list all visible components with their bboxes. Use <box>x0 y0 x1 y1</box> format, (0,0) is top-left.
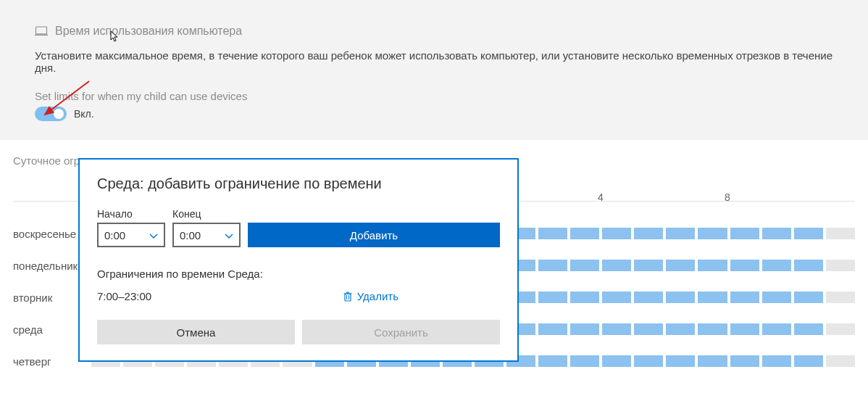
hour-segment[interactable] <box>602 292 631 303</box>
hour-segment[interactable] <box>730 228 759 239</box>
toggle-label: Set limits for when my child can use dev… <box>35 90 833 102</box>
trash-icon <box>343 292 353 302</box>
limits-heading: Ограничения по времени Среда: <box>97 268 500 280</box>
start-time-select[interactable]: 0:00 <box>97 223 165 247</box>
hour-segment[interactable] <box>730 260 759 271</box>
laptop-icon <box>35 26 48 36</box>
chevron-down-icon <box>149 231 158 239</box>
hour-segment[interactable] <box>794 355 823 367</box>
device-limits-toggle[interactable] <box>35 107 67 121</box>
hour-segment[interactable] <box>762 355 791 367</box>
hour-segment[interactable] <box>730 292 759 303</box>
hour-segment[interactable] <box>698 323 727 335</box>
hour-segment[interactable] <box>730 323 759 335</box>
dialog-title: Среда: добавить ограничение по времени <box>97 175 500 192</box>
hour-segment[interactable] <box>730 355 759 367</box>
end-time-select[interactable]: 0:00 <box>172 223 241 247</box>
add-button[interactable]: Добавить <box>248 223 500 247</box>
hour-segment[interactable] <box>538 228 567 239</box>
save-button[interactable]: Сохранить <box>302 320 500 344</box>
hour-segment[interactable] <box>634 323 663 335</box>
hour-segment[interactable] <box>666 292 695 303</box>
start-label: Начало <box>97 208 165 220</box>
start-time-group: Начало 0:00 <box>97 208 165 247</box>
hour-segment[interactable] <box>634 292 663 303</box>
header-title-row: Время использования компьютера <box>35 25 833 38</box>
header-title: Время использования компьютера <box>55 25 242 38</box>
header-description: Установите максимальное время, в течение… <box>35 49 833 74</box>
toggle-state: Вкл. <box>74 108 94 120</box>
hour-segment[interactable] <box>826 292 855 303</box>
hour-segment[interactable] <box>826 323 855 335</box>
hour-segment[interactable] <box>570 228 599 239</box>
end-time-group: Конец 0:00 <box>172 208 241 247</box>
hour-segment[interactable] <box>666 355 695 367</box>
svg-rect-0 <box>36 27 47 34</box>
hour-segment[interactable] <box>826 260 855 271</box>
hour-segment[interactable] <box>794 260 823 271</box>
hour-segment[interactable] <box>538 355 567 367</box>
hour-segment[interactable] <box>666 228 695 239</box>
hour-segment[interactable] <box>634 260 663 271</box>
hour-segment[interactable] <box>826 355 855 367</box>
delete-label: Удалить <box>357 290 398 302</box>
hour-segment[interactable] <box>570 292 599 303</box>
hour-segment[interactable] <box>602 228 631 239</box>
hour-segment[interactable] <box>698 228 727 239</box>
hour-segment[interactable] <box>634 228 663 239</box>
toggle-row: Вкл. <box>35 107 833 121</box>
hour-segment[interactable] <box>762 292 791 303</box>
svg-rect-1 <box>35 35 48 36</box>
hour-segment[interactable] <box>602 355 631 367</box>
hour-segment[interactable] <box>666 323 695 335</box>
svg-rect-3 <box>345 294 351 301</box>
hour-segment[interactable] <box>538 292 567 303</box>
hour-segment[interactable] <box>698 292 727 303</box>
hour-label: 4 <box>598 191 604 203</box>
hour-segment[interactable] <box>602 323 631 335</box>
hour-segment[interactable] <box>826 228 855 239</box>
cursor-icon <box>109 30 121 42</box>
hour-segment[interactable] <box>698 260 727 271</box>
existing-limit-row: 7:00–23:00 Удалить <box>97 290 500 302</box>
hour-segment[interactable] <box>762 260 791 271</box>
hour-segment[interactable] <box>762 323 791 335</box>
hour-label: 8 <box>725 191 730 203</box>
hour-segment[interactable] <box>538 323 567 335</box>
hour-segment[interactable] <box>570 355 599 367</box>
hour-segment[interactable] <box>538 260 567 271</box>
dialog-time-row: Начало 0:00 Конец 0:00 Добавить <box>97 208 500 247</box>
cancel-button[interactable]: Отмена <box>97 320 295 344</box>
hour-segment[interactable] <box>602 260 631 271</box>
hour-segment[interactable] <box>570 323 599 335</box>
hour-segment[interactable] <box>666 260 695 271</box>
hour-segment[interactable] <box>794 292 823 303</box>
chevron-down-icon <box>225 231 233 239</box>
start-time-value: 0:00 <box>104 229 125 241</box>
hour-segment[interactable] <box>634 355 663 367</box>
add-limit-dialog: Среда: добавить ограничение по времени Н… <box>78 158 519 362</box>
existing-limit-range: 7:00–23:00 <box>97 290 151 302</box>
dialog-footer: Отмена Сохранить <box>97 320 500 344</box>
hour-segment[interactable] <box>794 228 823 239</box>
settings-header: Время использования компьютера Установит… <box>0 0 868 140</box>
hour-segment[interactable] <box>762 228 791 239</box>
delete-limit-button[interactable]: Удалить <box>343 290 398 302</box>
end-label: Конец <box>172 208 241 220</box>
hour-segment[interactable] <box>794 323 823 335</box>
toggle-knob <box>54 109 64 119</box>
hour-segment[interactable] <box>698 355 727 367</box>
end-time-value: 0:00 <box>180 229 201 241</box>
hour-segment[interactable] <box>570 260 599 271</box>
